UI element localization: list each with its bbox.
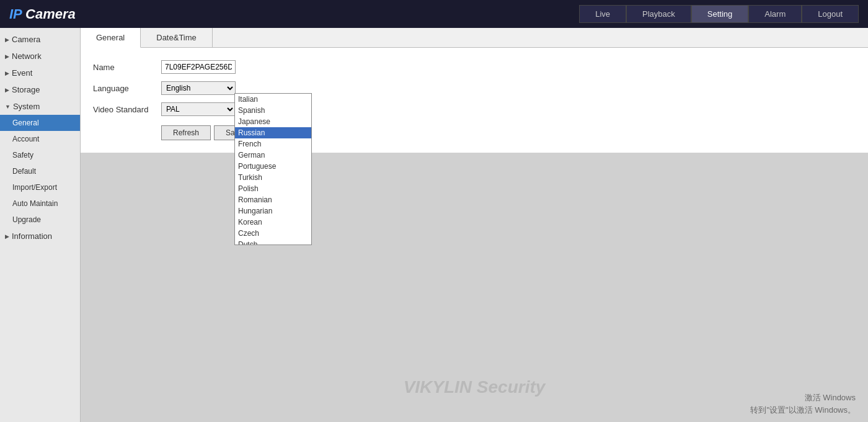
language-dropdown[interactable]: Italian Spanish Japanese Russian French …	[234, 93, 312, 245]
chevron-right-icon: ▶	[5, 53, 9, 60]
refresh-button[interactable]: Refresh	[161, 125, 211, 140]
dropdown-item-romanian[interactable]: Romanian	[235, 194, 311, 205]
sidebar-item-information[interactable]: ▶ Information	[0, 228, 80, 245]
windows-activation: 激活 Windows 转到"设置"以激活 Windows。	[750, 392, 856, 416]
sidebar-item-default[interactable]: Default	[0, 163, 80, 179]
nav-setting[interactable]: Setting	[691, 5, 748, 23]
sidebar-item-system[interactable]: ▼ System	[0, 98, 80, 115]
watermark: VIKYLIN Security	[404, 377, 546, 397]
dropdown-item-german[interactable]: German	[235, 150, 311, 161]
dropdown-item-czech[interactable]: Czech	[235, 228, 311, 239]
sidebar-label-upgrade: Upgrade	[12, 215, 41, 224]
sidebar-label-event: Event	[12, 68, 32, 78]
sidebar-item-storage[interactable]: ▶ Storage	[0, 81, 80, 98]
sidebar-item-network[interactable]: ▶ Network	[0, 48, 80, 65]
logo-ip: IP	[9, 6, 22, 22]
sidebar-item-importexport[interactable]: Import/Export	[0, 179, 80, 195]
sidebar-label-safety: Safety	[12, 151, 33, 159]
content-area: General Date&Time Name Language English …	[81, 28, 868, 422]
chevron-right-icon: ▶	[5, 37, 9, 43]
logo-camera: Camera	[25, 6, 76, 22]
nav-playback[interactable]: Playback	[626, 5, 691, 23]
name-input[interactable]	[161, 60, 236, 74]
chevron-right-icon: ▶	[5, 70, 9, 76]
header: IP Camera Live Playback Setting Alarm Lo…	[0, 0, 868, 28]
language-row: Language English	[93, 81, 856, 95]
video-standard-select[interactable]: PAL NTSC	[161, 102, 236, 116]
video-standard-label: Video Standard	[93, 105, 161, 114]
dropdown-item-japanese[interactable]: Japanese	[235, 116, 311, 127]
nav-buttons: Live Playback Setting Alarm Logout	[579, 5, 859, 23]
name-label: Name	[93, 63, 161, 72]
sidebar-item-event[interactable]: ▶ Event	[0, 65, 80, 81]
nav-logout[interactable]: Logout	[802, 5, 859, 23]
main-layout: ▶ Camera ▶ Network ▶ Event ▶ Storage ▼ S…	[0, 28, 868, 422]
dropdown-item-russian[interactable]: Russian	[235, 127, 311, 138]
video-standard-row: Video Standard PAL NTSC	[93, 102, 856, 116]
dropdown-item-french[interactable]: French	[235, 138, 311, 150]
dropdown-item-hungarian[interactable]: Hungarian	[235, 205, 311, 217]
sidebar-label-camera: Camera	[12, 35, 40, 44]
chevron-down-icon: ▼	[5, 104, 11, 110]
dropdown-item-turkish[interactable]: Turkish	[235, 172, 311, 183]
sidebar: ▶ Camera ▶ Network ▶ Event ▶ Storage ▼ S…	[0, 28, 81, 422]
nav-alarm[interactable]: Alarm	[748, 5, 802, 23]
language-select[interactable]: English	[161, 81, 236, 95]
sidebar-item-automaintain[interactable]: Auto Maintain	[0, 195, 80, 212]
dropdown-item-italian[interactable]: Italian	[235, 94, 311, 105]
logo: IP Camera	[9, 6, 76, 22]
dropdown-item-polish[interactable]: Polish	[235, 183, 311, 194]
dropdown-item-spanish[interactable]: Spanish	[235, 105, 311, 116]
tab-bar: General Date&Time	[81, 28, 868, 48]
sidebar-item-camera[interactable]: ▶ Camera	[0, 31, 80, 48]
sidebar-label-network: Network	[12, 52, 42, 61]
sidebar-item-general[interactable]: General	[0, 115, 80, 131]
windows-activate-line2: 转到"设置"以激活 Windows。	[750, 404, 856, 416]
form-area: Name Language English Video Standard PAL…	[81, 48, 868, 153]
sidebar-item-safety[interactable]: Safety	[0, 147, 80, 163]
windows-activate-line1: 激活 Windows	[750, 392, 856, 404]
sidebar-label-storage: Storage	[12, 85, 40, 94]
sidebar-label-account: Account	[12, 135, 39, 143]
sidebar-label-automaintain: Auto Maintain	[12, 199, 58, 208]
chevron-right-icon: ▶	[5, 87, 9, 93]
chevron-right-icon: ▶	[5, 233, 9, 240]
name-row: Name	[93, 60, 856, 74]
dropdown-item-dutch[interactable]: Dutch	[235, 239, 311, 245]
sidebar-item-account[interactable]: Account	[0, 131, 80, 147]
sidebar-label-system: System	[13, 102, 40, 111]
sidebar-label-importexport: Import/Export	[12, 183, 57, 192]
tab-datetime[interactable]: Date&Time	[141, 28, 213, 47]
sidebar-item-upgrade[interactable]: Upgrade	[0, 212, 80, 228]
sidebar-label-default: Default	[12, 167, 36, 176]
dropdown-item-korean[interactable]: Korean	[235, 217, 311, 228]
dropdown-item-portuguese[interactable]: Portuguese	[235, 161, 311, 172]
sidebar-label-general: General	[12, 119, 39, 127]
tab-general[interactable]: General	[81, 28, 141, 48]
nav-live[interactable]: Live	[579, 5, 626, 23]
sidebar-label-information: Information	[12, 231, 52, 241]
language-label: Language	[93, 84, 161, 93]
